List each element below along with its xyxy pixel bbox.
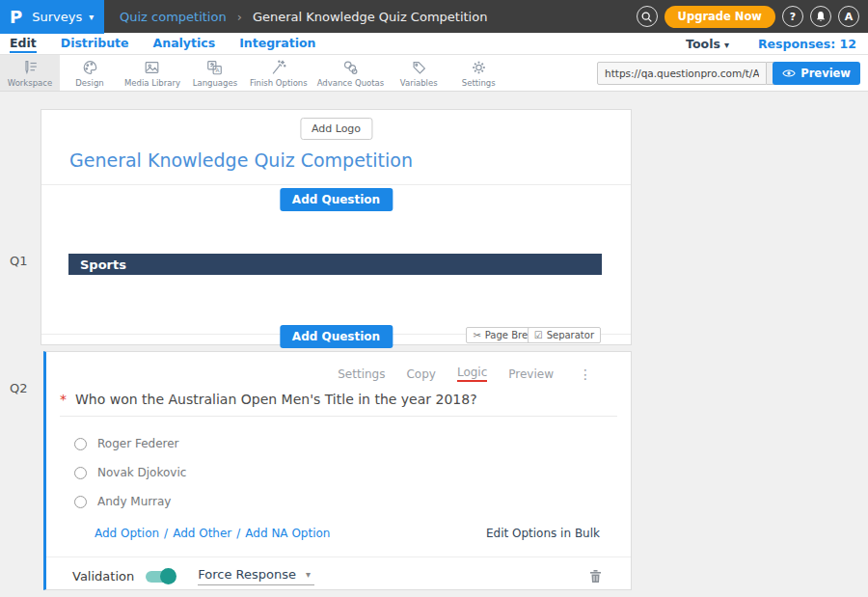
breadcrumb-parent[interactable]: Quiz competition [120,10,227,24]
add-logo-button[interactable]: Add Logo [300,118,372,140]
radio-button[interactable] [74,438,87,450]
design-icon [81,59,99,76]
chevron-down-icon: ▾ [89,12,94,22]
add-question-button-top[interactable]: Add Question [280,188,393,211]
chevron-down-icon: ▾ [724,40,729,50]
toggle-knob [160,568,176,584]
validation-type-value: Force Response [198,567,296,582]
validation-type-dropdown[interactable]: Force Response ▾ [198,567,314,585]
question-text-field[interactable]: * Who won the Australian Open Men's Titl… [60,392,617,417]
toolbar-label: Variables [400,78,438,88]
question-logic-link[interactable]: Logic [457,366,487,382]
question-number-q1: Q1 [10,254,28,268]
toolbar-item-advance-quotas[interactable]: Advance Quotas [312,55,390,91]
link-separator: / [164,527,168,540]
surveys-menu-label: Surveys [32,10,82,24]
toolbar-item-variables[interactable]: Variables [389,55,448,91]
add-option-link[interactable]: Add Option [95,527,159,540]
separator-button[interactable]: ☑ Separator [528,327,601,343]
search-button[interactable] [637,6,658,27]
survey-header-card: Add Logo General Knowledge Quiz Competit… [41,109,632,345]
divider [41,184,631,185]
option-label[interactable]: Andy Murray [97,495,171,508]
kebab-menu-icon[interactable]: ⋮ [579,366,592,382]
header-actions: Upgrade Now ? A [637,6,868,28]
search-icon [640,11,653,23]
upgrade-now-button[interactable]: Upgrade Now [665,6,775,28]
survey-url-group: ✎ [597,62,791,85]
survey-url-input[interactable] [597,62,767,85]
advance-quotas-icon [341,59,360,76]
questionpro-logo: P [10,7,22,27]
preview-button[interactable]: Preview [773,62,860,85]
eye-icon [782,68,796,78]
toolbar-label: Media Library [124,78,180,88]
answer-option-row: Roger Federer [74,437,179,450]
delete-question-button[interactable] [589,569,602,583]
breadcrumb-current: General Knowledge Quiz Competition [253,10,488,24]
workspace-icon [21,59,40,76]
toolbar-label: Design [75,78,103,88]
add-na-option-link[interactable]: Add NA Option [245,527,330,540]
preview-label: Preview [800,67,851,80]
toolbar-label: Settings [462,78,496,88]
notifications-button[interactable] [810,6,831,27]
responses-count[interactable]: Responses: 12 [758,37,856,51]
breadcrumb-chevron-icon: › [237,10,242,24]
survey-nav-tabs: Edit Distribute Analytics Integration [10,36,315,53]
edit-toolbar: Workspace Design Media Library A Languag… [0,55,868,92]
questionpro-app: P Surveys ▾ Quiz competition › General K… [0,0,868,597]
media-library-icon [143,59,161,76]
help-icon: ? [790,11,796,23]
question-card-q2: Settings Copy Logic Preview ⋮ * Who won … [43,351,632,590]
validation-label: Validation [72,569,134,583]
link-separator: / [236,527,240,540]
divider [46,556,631,557]
toolbar-label: Advance Quotas [317,78,385,88]
toolbar-item-finish-options[interactable]: Finish Options [245,55,312,91]
answer-option-row: Novak Djokovic [74,466,186,479]
tools-label: Tools [686,37,720,51]
validation-toggle[interactable] [146,571,175,583]
tab-analytics[interactable]: Analytics [153,36,216,53]
question-copy-link[interactable]: Copy [406,367,435,381]
survey-canvas: Q1 Q2 Add Logo General Knowledge Quiz Co… [0,92,868,597]
toolbar-item-settings[interactable]: Settings [448,55,508,91]
question-text: Who won the Australian Open Men's Title … [75,392,477,407]
toolbar-item-media-library[interactable]: Media Library [120,55,185,91]
top-header-bar: P Surveys ▾ Quiz competition › General K… [0,0,868,33]
avatar-initial: A [845,11,854,23]
toolbar-item-languages[interactable]: A Languages [185,55,245,91]
survey-title[interactable]: General Knowledge Quiz Competition [69,149,413,171]
question-number-q2: Q2 [10,381,28,395]
toolbar-label: Workspace [8,78,52,88]
radio-button[interactable] [74,467,87,479]
answer-option-row: Andy Murray [74,495,171,508]
tab-distribute[interactable]: Distribute [61,36,129,53]
avatar[interactable]: A [838,6,859,27]
tools-dropdown[interactable]: Tools▾ [686,37,729,51]
trash-icon [589,569,602,583]
section-header-q1[interactable]: Sports [68,254,602,275]
tab-integration[interactable]: Integration [239,36,315,53]
option-links: Add Option / Add Other / Add NA Option [95,527,330,540]
option-label[interactable]: Roger Federer [97,437,179,450]
tab-edit[interactable]: Edit [10,36,37,53]
toolbar-label: Languages [193,78,237,88]
separator-label: Separator [547,330,594,340]
radio-button[interactable] [74,496,87,508]
edit-options-in-bulk-link[interactable]: Edit Options in Bulk [486,527,600,540]
add-other-link[interactable]: Add Other [173,527,231,540]
scissors-icon: ✂ [473,330,480,340]
required-asterisk: * [60,392,67,407]
bell-icon [815,11,827,23]
surveys-menu[interactable]: P Surveys ▾ [0,0,104,34]
chevron-down-icon: ▾ [306,569,311,580]
question-preview-link[interactable]: Preview [508,367,554,381]
toolbar-item-design[interactable]: Design [60,55,120,91]
add-question-button-bottom[interactable]: Add Question [280,325,393,348]
question-settings-link[interactable]: Settings [338,367,385,381]
help-button[interactable]: ? [782,6,803,27]
option-label[interactable]: Novak Djokovic [97,466,186,479]
toolbar-item-workspace[interactable]: Workspace [0,55,60,91]
